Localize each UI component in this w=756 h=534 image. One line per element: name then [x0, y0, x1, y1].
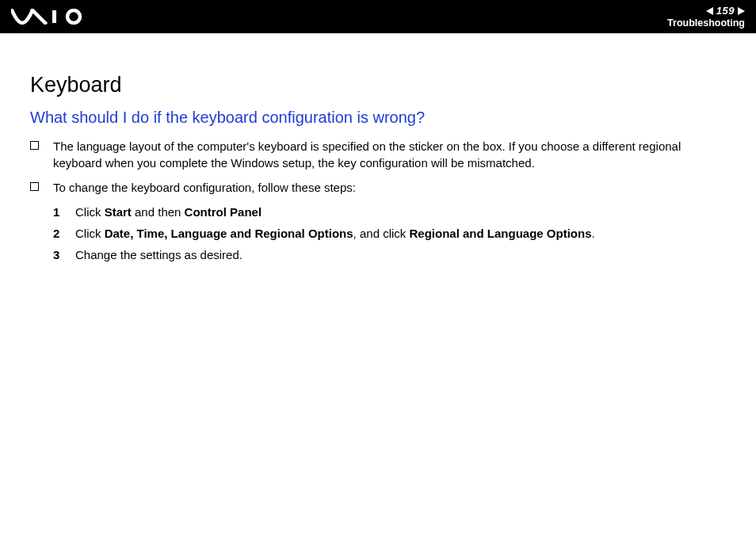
step-number: 2: [53, 225, 75, 242]
step-number: 3: [53, 246, 75, 263]
bullet-item: The language layout of the computer's ke…: [30, 138, 726, 171]
header-bar: 159 Troubleshooting: [0, 0, 756, 33]
header-right: 159 Troubleshooting: [667, 5, 745, 29]
step-number: 1: [53, 204, 75, 220]
page-title: Keyboard: [30, 73, 726, 97]
bullet-icon: [30, 141, 39, 150]
bullet-icon: [30, 182, 39, 191]
bullet-text: The language layout of the computer's ke…: [53, 138, 726, 171]
svg-point-1: [67, 10, 80, 23]
step-item: 1 Click Start and then Control Panel: [53, 204, 726, 220]
step-text: Click Date, Time, Language and Regional …: [75, 225, 726, 242]
step-item: 2 Click Date, Time, Language and Regiona…: [53, 225, 726, 242]
step-text: Change the settings as desired.: [75, 246, 726, 263]
prev-page-arrow-icon[interactable]: [706, 7, 713, 15]
svg-rect-0: [52, 10, 56, 23]
page-number: 159: [716, 5, 735, 17]
steps-list: 1 Click Start and then Control Panel 2 C…: [30, 204, 726, 263]
bullet-item: To change the keyboard configuration, fo…: [30, 179, 726, 196]
step-text: Click Start and then Control Panel: [75, 204, 726, 220]
bullet-text: To change the keyboard configuration, fo…: [53, 179, 726, 196]
section-label: Troubleshooting: [667, 17, 745, 29]
next-page-arrow-icon[interactable]: [738, 7, 745, 15]
vaio-logo: [11, 9, 87, 25]
page-navigator: 159: [706, 5, 745, 17]
page-content: Keyboard What should I do if the keyboar…: [0, 33, 756, 263]
step-item: 3 Change the settings as desired.: [53, 246, 726, 263]
page-subtitle: What should I do if the keyboard configu…: [30, 109, 726, 127]
